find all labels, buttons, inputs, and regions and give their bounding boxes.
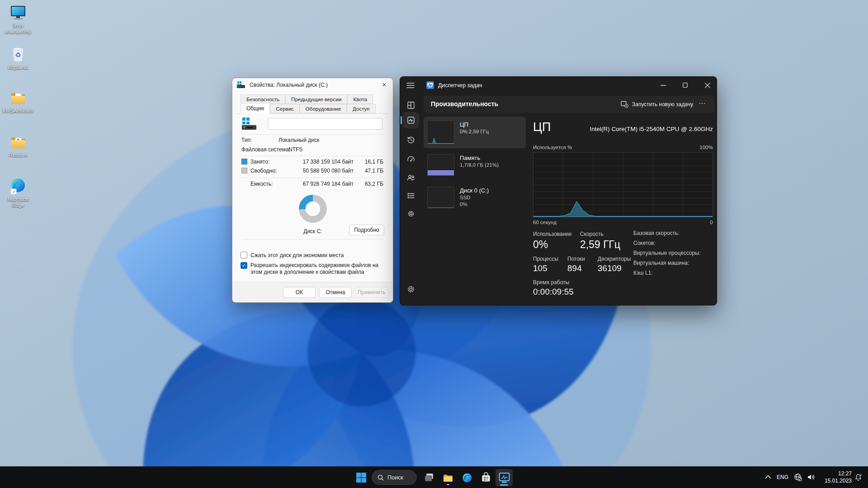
tab-quota[interactable]: Квота <box>347 94 373 104</box>
svg-text:z: z <box>860 473 862 477</box>
desktop-icon-restore[interactable]: Restore <box>1 133 35 158</box>
tab-sharing[interactable]: Доступ <box>347 104 375 113</box>
cpu-mini-graph <box>427 121 454 144</box>
processes-icon <box>406 101 415 110</box>
details-icon <box>406 191 415 200</box>
minimize-button[interactable] <box>660 83 666 88</box>
search-box[interactable]: Поиск <box>372 470 417 485</box>
used-gb: 16,1 ГБ <box>356 159 383 165</box>
sidebar-item-processes[interactable] <box>403 97 419 113</box>
free-space-swatch <box>241 168 247 174</box>
perf-card-disk[interactable]: Диск 0 (C:) SSD 0% <box>424 183 526 215</box>
sidebar-item-startup-apps[interactable] <box>403 151 419 167</box>
new-task-icon <box>621 101 628 108</box>
volume-icon[interactable] <box>807 474 815 481</box>
sidebar-selection-accent <box>401 116 402 124</box>
perf-card-cpu[interactable]: ЦП 0% 2,59 ГГц <box>424 117 526 148</box>
dialog-titlebar: Свойства: Локальный диск (C:) ✕ <box>232 78 393 92</box>
tab-previous-versions[interactable]: Предыдущие версии <box>285 94 347 104</box>
sidebar-item-app-history[interactable] <box>403 132 419 148</box>
more-options-button[interactable]: … <box>698 98 706 106</box>
search-icon <box>377 474 384 481</box>
disk-properties-dialog: Свойства: Локальный диск (C:) ✕ Безопасн… <box>232 78 393 303</box>
filesystem-value: NTFS <box>288 146 302 153</box>
desktop-icon-this-pc[interactable]: Этот компьютер <box>1 4 35 35</box>
desktop-icon-recycle-bin[interactable]: ♻ Корзина <box>1 45 35 70</box>
tab-general[interactable]: Общие <box>241 103 270 114</box>
users-icon <box>406 173 415 182</box>
cancel-button[interactable]: Отмена <box>319 287 352 298</box>
sidebar-item-services[interactable] <box>403 206 419 222</box>
tab-row-back: Безопасность Предыдущие версии Квота <box>241 94 373 104</box>
handles-label: Дескрипторы <box>598 256 631 262</box>
hamburger-menu-icon[interactable] <box>406 82 415 89</box>
microsoft-store-button[interactable] <box>477 469 495 486</box>
active-app-indicator <box>500 484 508 486</box>
task-view-button[interactable] <box>420 469 438 486</box>
settings-gear-icon <box>406 285 415 294</box>
desktop-icon-label: KMSActivator <box>2 108 34 114</box>
filesystem-label: Файловая система: <box>241 146 290 153</box>
desktop-icon-kmsactivator[interactable]: KMSActivator <box>1 89 35 114</box>
tab-hardware[interactable]: Оборудование <box>300 104 347 113</box>
tray-time: 12:27 <box>825 470 852 477</box>
sidebar-item-details[interactable] <box>403 188 419 204</box>
disk-mini-graph <box>427 187 454 208</box>
desktop-icon-microsoft-edge[interactable]: ↗ Microsoft Edge <box>1 177 35 208</box>
processes-label: Процессы <box>533 256 558 262</box>
task-manager-taskbar-button[interactable] <box>495 469 513 486</box>
close-button[interactable] <box>705 83 710 88</box>
uptime-value: 0:00:09:55 <box>533 287 574 297</box>
type-label: Тип: <box>241 137 252 143</box>
tray-chevron-up-icon[interactable] <box>765 475 771 479</box>
memory-mini-graph <box>427 154 454 176</box>
apply-button[interactable]: Применить <box>355 287 388 298</box>
file-explorer-button[interactable] <box>439 469 457 486</box>
ok-button[interactable]: ОК <box>283 287 316 298</box>
tab-security[interactable]: Безопасность <box>241 94 285 104</box>
threads-value: 894 <box>567 263 582 273</box>
maximize-button[interactable] <box>683 83 688 88</box>
edge-icon: ↗ <box>9 177 27 195</box>
tray-date: 15.01.2023 <box>825 477 852 484</box>
sidebar-item-performance[interactable] <box>403 112 419 128</box>
clock[interactable]: 12:27 15.01.2023 <box>825 470 852 484</box>
index-checkbox-label: Разрешить индексировать содержимое файло… <box>250 262 384 275</box>
speed-label: Скорость <box>580 231 604 237</box>
perf-card-memory[interactable]: Память 1,7/8,0 ГБ (21%) <box>424 150 526 180</box>
file-explorer-icon <box>442 472 454 483</box>
notification-bell-dnd-icon[interactable]: z <box>854 473 862 481</box>
threads-label: Потоки <box>567 256 585 262</box>
microsoft-store-icon <box>481 472 491 483</box>
volume-label-input[interactable] <box>268 118 382 130</box>
uptime-label: Время работы <box>533 279 569 286</box>
start-button[interactable] <box>353 469 370 486</box>
page-title: Производительность <box>431 100 498 108</box>
compress-checkbox[interactable] <box>241 252 247 258</box>
card-memory-name: Память <box>460 154 499 162</box>
graph-axis-bottom-right: 0 <box>668 220 713 225</box>
sidebar-item-settings[interactable] <box>403 281 419 297</box>
desktop-icon-label: Restore <box>9 152 27 158</box>
language-indicator[interactable]: ENG <box>777 474 788 480</box>
used-label: Занято: <box>250 159 269 165</box>
edge-button[interactable] <box>458 469 476 486</box>
sidebar-item-users[interactable] <box>403 169 419 186</box>
startup-apps-icon <box>406 155 415 164</box>
index-checkbox[interactable]: ✓ <box>241 262 247 269</box>
divider <box>241 134 384 135</box>
cpu-usage-graph <box>533 152 713 217</box>
tab-service[interactable]: Сервис <box>270 104 299 113</box>
free-label: Свободно: <box>250 168 277 174</box>
task-view-icon <box>424 472 434 483</box>
taskbar: Поиск <box>0 466 868 488</box>
card-disk-name: Диск 0 (C:) <box>460 187 489 194</box>
l1-cache-label: Кэш L1: <box>633 270 653 276</box>
app-history-icon <box>406 136 415 145</box>
svg-text:♻: ♻ <box>15 51 21 59</box>
run-new-task-button[interactable]: Запустить новую задачу <box>617 99 697 110</box>
card-disk-detail2: 0% <box>460 201 489 208</box>
network-no-internet-icon[interactable] <box>794 473 802 481</box>
dialog-close-button[interactable]: ✕ <box>377 78 391 91</box>
details-button[interactable]: Подробно <box>349 225 384 235</box>
